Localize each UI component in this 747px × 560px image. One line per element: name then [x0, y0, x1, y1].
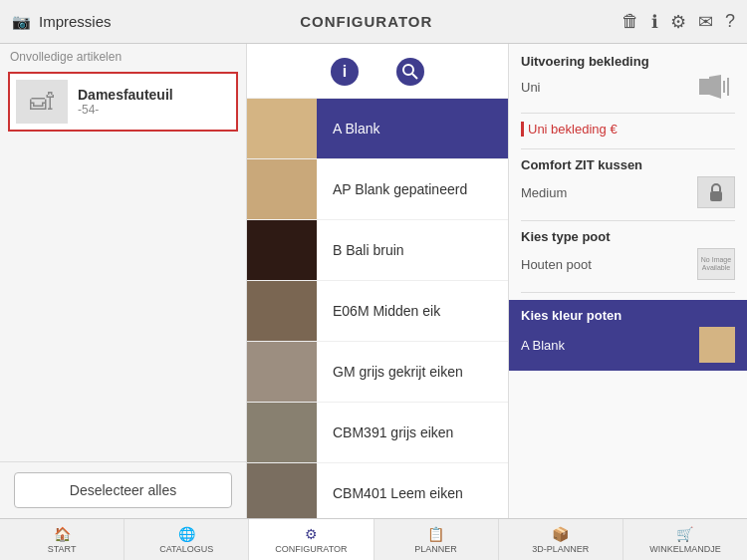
kies-kleur-title: Kies kleur poten: [521, 308, 735, 323]
no-image-box: No Image Available: [697, 248, 735, 280]
sidebar-bottom: Deselecteer alles: [0, 461, 246, 518]
color-item-label: AP Blank gepatineerd: [317, 181, 467, 197]
color-list-item[interactable]: A Blank: [247, 99, 508, 159]
sofa-icon: 🛋: [30, 88, 54, 116]
article-image: 🛋: [16, 80, 68, 124]
3d-planner-label: 3D-PLANNER: [532, 544, 589, 554]
start-label: START: [48, 544, 77, 554]
sidebar-article-item[interactable]: 🛋 Damesfauteuil -54-: [8, 72, 238, 132]
start-icon: 🏠: [54, 526, 71, 542]
uitvoering-section: Uitvoering bekleding Uni: [521, 54, 735, 101]
3d-planner-icon: 📦: [552, 526, 569, 542]
right-panel: Uitvoering bekleding Uni Uni bekleding €…: [508, 44, 747, 518]
kies-poot-section: Kies type poot Houten poot No Image Avai…: [521, 229, 735, 280]
svg-marker-6: [709, 75, 721, 99]
nav-catalogus[interactable]: 🌐 CATALOGUS: [124, 519, 249, 560]
color-item-label: A Blank: [317, 121, 379, 137]
kies-kleur-swatch: [699, 327, 735, 363]
color-swatch: [247, 403, 317, 462]
color-list-item[interactable]: GM grijs gekrijt eiken: [247, 342, 508, 403]
color-swatch: [247, 281, 317, 341]
camera-icon: 📷: [12, 13, 31, 31]
impressies-label: Impressies: [39, 13, 112, 30]
kies-kleur-row: A Blank: [521, 327, 735, 363]
comfort-title: Comfort ZIT kussen: [521, 157, 735, 172]
svg-text:i: i: [343, 63, 347, 80]
divider-3: [521, 220, 735, 221]
trash-icon[interactable]: 🗑: [622, 11, 639, 32]
uni-bekleding-value: Uni bekleding €: [521, 122, 735, 137]
configurator-icon: ⚙: [305, 526, 318, 542]
svg-point-2: [396, 58, 424, 86]
header-title: CONFIGURATOR: [300, 13, 432, 30]
kies-poot-title: Kies type poot: [521, 229, 735, 244]
color-swatch: [247, 159, 317, 219]
color-list-item[interactable]: E06M Midden eik: [247, 281, 508, 342]
comfort-value: Medium: [521, 176, 735, 208]
footer-nav: 🏠 START 🌐 CATALOGUS ⚙ CONFIGURATOR 📋 PLA…: [0, 518, 747, 560]
divider-4: [521, 292, 735, 293]
winkelmandje-icon: 🛒: [676, 526, 693, 542]
app-header: 📷 Impressies CONFIGURATOR 🗑 ℹ ⚙ ✉ ?: [0, 0, 747, 44]
header-right: 🗑 ℹ ⚙ ✉ ?: [622, 11, 735, 33]
nav-3d-planner[interactable]: 📦 3D-PLANNER: [499, 519, 623, 560]
catalogus-icon: 🌐: [178, 526, 195, 542]
deselect-all-button[interactable]: Deselecteer alles: [14, 472, 232, 508]
nav-start[interactable]: 🏠 START: [0, 519, 124, 560]
info-circle-icon[interactable]: i: [327, 54, 363, 90]
color-swatch: [247, 220, 317, 280]
center-header: i: [247, 44, 508, 99]
divider-2: [521, 148, 735, 149]
winkelmandje-label: WINKELMANDJE: [649, 544, 721, 554]
color-swatch: [247, 463, 317, 518]
search-circle-icon[interactable]: [392, 54, 428, 90]
color-swatch: [247, 99, 317, 158]
main-content: Onvolledige artikelen 🛋 Damesfauteuil -5…: [0, 44, 747, 518]
uni-bekleding-section: Uni bekleding €: [521, 122, 735, 137]
header-left: 📷 Impressies: [12, 13, 112, 31]
color-item-label: E06M Midden eik: [317, 303, 440, 319]
comfort-lock-icon: [697, 176, 735, 208]
color-item-label: CBM401 Leem eiken: [317, 485, 463, 501]
article-name: Damesfauteuil: [78, 87, 173, 103]
info-icon[interactable]: ℹ: [651, 11, 658, 33]
nav-planner[interactable]: 📋 PLANNER: [374, 519, 499, 560]
color-swatch: [247, 342, 317, 402]
mail-icon[interactable]: ✉: [698, 11, 713, 33]
sidebar-label: Onvolledige artikelen: [0, 44, 246, 68]
gear-icon[interactable]: ⚙: [670, 11, 686, 33]
divider-1: [521, 113, 735, 114]
color-list-item[interactable]: CBM401 Leem eiken: [247, 463, 508, 518]
uitvoering-title: Uitvoering bekleding: [521, 54, 735, 69]
kies-poot-value: Houten poot No Image Available: [521, 248, 735, 280]
svg-rect-9: [710, 191, 722, 201]
article-code: -54-: [78, 103, 173, 117]
color-item-label: GM grijs gekrijt eiken: [317, 364, 463, 380]
nav-configurator[interactable]: ⚙ CONFIGURATOR: [249, 519, 374, 560]
kies-kleur-selected-section: Kies kleur poten A Blank: [509, 300, 747, 371]
color-item-label: CBM391 grijs eiken: [317, 424, 453, 440]
nav-winkelmandje[interactable]: 🛒 WINKELMANDJE: [623, 519, 747, 560]
color-list: A BlankAP Blank gepatineerdB Bali bruinE…: [247, 99, 508, 518]
center-panel: i A BlankAP Blank gepatineerdB Bali brui…: [247, 44, 508, 518]
color-list-item[interactable]: CBM391 grijs eiken: [247, 403, 508, 463]
help-icon[interactable]: ?: [725, 11, 735, 32]
article-info: Damesfauteuil -54-: [78, 87, 173, 117]
left-sidebar: Onvolledige artikelen 🛋 Damesfauteuil -5…: [0, 44, 247, 518]
color-list-item[interactable]: B Bali bruin: [247, 220, 508, 281]
planner-icon: 📋: [427, 526, 444, 542]
svg-rect-5: [699, 79, 709, 95]
planner-label: PLANNER: [414, 544, 457, 554]
configurator-label: CONFIGURATOR: [275, 544, 347, 554]
color-list-item[interactable]: AP Blank gepatineerd: [247, 159, 508, 220]
color-item-label: B Bali bruin: [317, 242, 404, 258]
uitvoering-value: Uni: [521, 73, 735, 101]
kies-kleur-value: A Blank: [521, 338, 565, 353]
catalogus-label: CATALOGUS: [159, 544, 213, 554]
uitvoering-icon: [697, 73, 735, 101]
comfort-section: Comfort ZIT kussen Medium: [521, 157, 735, 208]
